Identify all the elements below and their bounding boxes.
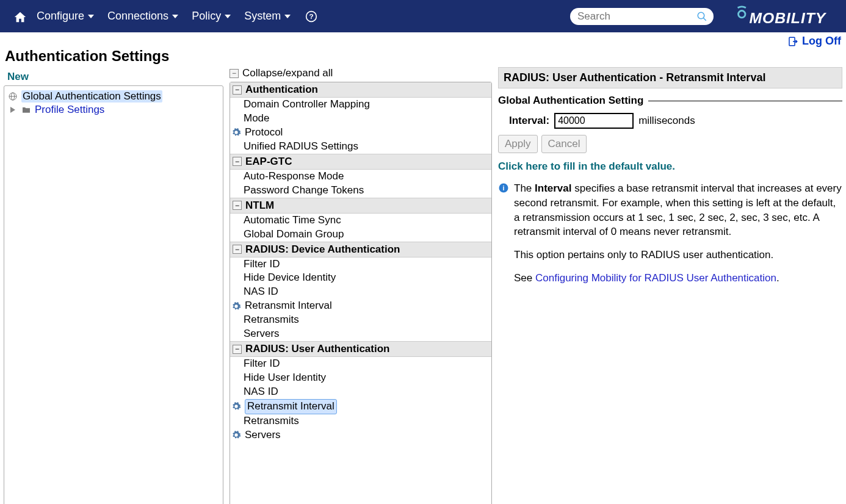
help-icon[interactable]: ? xyxy=(305,10,317,23)
setting-item[interactable]: Mode xyxy=(230,112,491,126)
setting-item[interactable]: Retransmit Interval xyxy=(230,299,491,313)
detail-title: RADIUS: User Authentication - Retransmit… xyxy=(498,67,842,88)
collapse-all-label[interactable]: Collapse/expand all xyxy=(242,67,333,79)
info-text: The Interval specifies a base retransmit… xyxy=(514,181,842,294)
info-doc-link[interactable]: Configuring Mobility for RADIUS User Aut… xyxy=(535,272,776,284)
nav-configure[interactable]: Configure xyxy=(37,10,94,23)
home-icon[interactable] xyxy=(13,10,27,23)
setting-item[interactable]: Auto-Response Mode xyxy=(230,170,491,184)
svg-text:MOBILITY: MOBILITY xyxy=(750,10,827,26)
detail-section-header: Global Authentication Setting xyxy=(498,95,842,107)
expand-icon[interactable] xyxy=(8,105,18,115)
section-header[interactable]: −RADIUS: User Authentication xyxy=(230,341,491,357)
new-link[interactable]: New xyxy=(4,67,29,85)
setting-item[interactable]: Unified RADIUS Settings xyxy=(230,140,491,154)
tree-item-global-auth[interactable]: Global Authentication Settings xyxy=(8,90,219,103)
top-nav: Configure Connections Policy System ? MO… xyxy=(0,0,846,32)
tree-item-profile-settings[interactable]: Profile Settings xyxy=(8,103,219,117)
gear-icon xyxy=(231,401,241,411)
search-icon[interactable] xyxy=(696,11,707,22)
section-header[interactable]: −NTLM xyxy=(230,198,491,214)
fill-default-link[interactable]: Click here to fill in the default value. xyxy=(498,160,842,173)
setting-item[interactable]: Global Domain Group xyxy=(230,228,491,242)
setting-item[interactable]: Filter ID xyxy=(230,257,491,272)
svg-point-2 xyxy=(698,12,704,19)
setting-item[interactable]: Automatic Time Sync xyxy=(230,214,491,228)
left-tree: Global Authentication Settings Profile S… xyxy=(4,85,223,504)
section-header[interactable]: −EAP-GTC xyxy=(230,154,491,170)
setting-item[interactable]: Hide User Identity xyxy=(230,371,491,385)
section-header[interactable]: −Authentication xyxy=(230,82,491,98)
gear-icon xyxy=(231,128,241,137)
section-header[interactable]: −RADIUS: Device Authentication xyxy=(230,242,491,257)
interval-input[interactable] xyxy=(554,113,634,129)
setting-item[interactable]: Retransmits xyxy=(230,313,491,327)
interval-unit: milliseconds xyxy=(638,115,695,127)
svg-text:i: i xyxy=(503,184,505,192)
collapse-icon[interactable]: − xyxy=(233,201,242,210)
setting-item[interactable]: Domain Controller Mapping xyxy=(230,98,491,112)
brand-logo: MOBILITY xyxy=(733,5,837,28)
search-input[interactable] xyxy=(570,8,714,25)
setting-item[interactable]: Retransmit Interval xyxy=(230,399,491,414)
chevron-down-icon xyxy=(284,15,291,18)
svg-text:?: ? xyxy=(309,12,314,20)
folder-icon xyxy=(21,105,31,115)
gear-icon xyxy=(231,430,241,440)
setting-item[interactable]: Servers xyxy=(230,428,491,442)
setting-item[interactable]: NAS ID xyxy=(230,385,491,399)
search-box xyxy=(570,8,714,25)
apply-button[interactable]: Apply xyxy=(498,135,538,153)
collapse-icon[interactable]: − xyxy=(233,345,242,354)
nav-system[interactable]: System xyxy=(244,10,291,23)
logoff-link[interactable]: Log Off xyxy=(787,35,841,48)
collapse-icon[interactable]: − xyxy=(233,245,242,254)
globe-icon xyxy=(8,92,18,101)
nav-policy[interactable]: Policy xyxy=(192,10,231,23)
svg-line-3 xyxy=(703,18,706,21)
setting-item[interactable]: Protocol xyxy=(230,126,491,140)
interval-label: Interval: xyxy=(509,115,549,127)
collapse-icon[interactable]: − xyxy=(233,157,242,166)
chevron-down-icon xyxy=(172,15,178,18)
collapse-icon[interactable]: − xyxy=(233,85,242,95)
page-title: Authentication Settings xyxy=(0,48,846,67)
setting-item[interactable]: Retransmits xyxy=(230,414,491,428)
gear-icon xyxy=(231,301,241,311)
setting-item[interactable]: Servers xyxy=(230,327,491,341)
chevron-down-icon xyxy=(225,15,231,18)
setting-item[interactable]: Password Change Tokens xyxy=(230,184,491,198)
setting-item[interactable]: NAS ID xyxy=(230,285,491,299)
collapse-all-toggle[interactable]: − xyxy=(230,69,239,78)
info-icon: i xyxy=(498,182,509,193)
setting-item[interactable]: Hide Device Identity xyxy=(230,271,491,285)
chevron-down-icon xyxy=(88,15,94,18)
setting-item[interactable]: Filter ID xyxy=(230,357,491,371)
svg-point-4 xyxy=(739,10,745,17)
nav-connections[interactable]: Connections xyxy=(107,10,178,23)
cancel-button[interactable]: Cancel xyxy=(541,135,587,153)
settings-tree: −AuthenticationDomain Controller Mapping… xyxy=(230,82,492,504)
